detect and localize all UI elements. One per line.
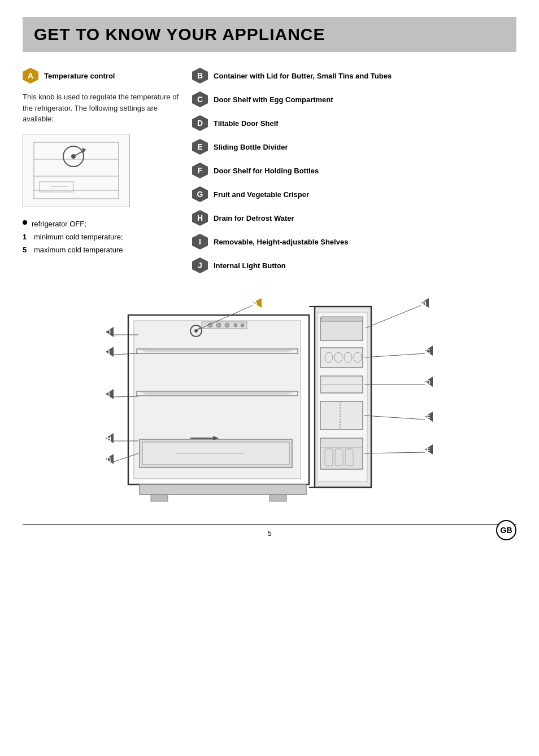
component-g-label: Fruit and Vegetable Crisper	[214, 190, 309, 199]
svg-point-35	[241, 324, 244, 327]
svg-line-62	[366, 305, 421, 328]
svg-text:H: H	[107, 435, 111, 442]
temp-max-num: 5	[23, 243, 29, 256]
badge-j: J	[192, 257, 208, 273]
badge-d: D	[192, 115, 208, 131]
svg-rect-41	[320, 348, 363, 368]
svg-rect-28	[151, 495, 168, 501]
temp-description: This knob is used to regulate the temper…	[23, 91, 181, 125]
list-item: J Internal Light Button	[192, 257, 516, 273]
svg-line-71	[364, 416, 425, 419]
svg-text:B: B	[422, 300, 427, 307]
svg-rect-40	[321, 317, 363, 321]
page-wrapper: GET TO KNOW YOUR APPLIANCE A Temperature…	[0, 0, 539, 756]
list-item: E Sliding Bottle Divider	[192, 139, 516, 155]
list-item: I Removable, Height-adjustable Shelves	[192, 234, 516, 250]
temp-min-num: 1	[23, 230, 29, 243]
knob-diagram	[23, 134, 130, 207]
temp-list: refrigerator OFF; 1 minimum cold tempera…	[23, 217, 181, 257]
svg-point-33	[225, 323, 229, 327]
badge-h: H	[192, 210, 208, 226]
country-badge: GB	[496, 520, 516, 540]
temp-list-item: 5 maximum cold temperature	[23, 243, 181, 256]
component-h-label: Drain for Defrost Water	[214, 214, 294, 222]
svg-rect-27	[140, 484, 306, 495]
page-number: 5	[267, 529, 271, 537]
bullet-icon	[23, 220, 27, 225]
fridge-diagram: A B C D E F G	[23, 298, 516, 513]
list-item: H Drain for Defrost Water	[192, 210, 516, 226]
component-j-label: Internal Light Button	[214, 261, 286, 270]
list-item: G Fruit and Vegetable Crisper	[192, 186, 516, 202]
svg-text:C: C	[426, 348, 431, 355]
temp-control-label: Temperature control	[44, 72, 115, 80]
svg-line-6	[73, 151, 84, 156]
badge-a: A	[23, 68, 38, 84]
temp-off-label: refrigerator OFF;	[32, 217, 86, 230]
temp-list-item: 1 minimum cold temperature;	[23, 230, 181, 243]
svg-text:I: I	[108, 391, 110, 398]
badge-i: I	[192, 234, 208, 250]
svg-text:E: E	[426, 414, 430, 421]
main-content: A Temperature control This knob is used …	[23, 68, 516, 281]
left-column: A Temperature control This knob is used …	[23, 68, 181, 281]
badge-e: E	[192, 139, 208, 155]
svg-text:F: F	[427, 447, 431, 453]
svg-text:J: J	[107, 329, 111, 336]
svg-point-32	[216, 323, 221, 327]
svg-rect-50	[320, 438, 363, 469]
temp-control-header: A Temperature control	[23, 68, 181, 84]
component-c-label: Door Shelf with Egg Compartment	[214, 95, 333, 104]
list-item: B Container with Lid for Butter, Small T…	[192, 68, 516, 84]
temp-min-label: minimum cold temperature;	[34, 230, 123, 243]
svg-text:G: G	[107, 456, 112, 463]
component-b-label: Container with Lid for Butter, Small Tin…	[214, 72, 392, 80]
page-title: GET TO KNOW YOUR APPLIANCE	[34, 25, 505, 44]
temp-max-label: maximum cold temperature	[34, 243, 123, 256]
right-column: B Container with Lid for Butter, Small T…	[192, 68, 516, 281]
badge-c: C	[192, 91, 208, 107]
svg-point-34	[234, 324, 237, 327]
fridge-svg: A B C D E F G	[77, 298, 462, 513]
footer: 5 GB	[23, 524, 516, 537]
svg-text:A: A	[253, 300, 258, 307]
svg-line-65	[364, 353, 425, 357]
svg-text:I: I	[108, 349, 110, 356]
title-bar: GET TO KNOW YOUR APPLIANCE	[23, 17, 516, 52]
temp-list-item: refrigerator OFF;	[23, 217, 181, 230]
component-f-label: Door Shelf for Holding Bottles	[214, 167, 319, 175]
svg-line-74	[364, 452, 425, 453]
component-d-label: Tiltable Door Shelf	[214, 119, 279, 128]
component-list: B Container with Lid for Butter, Small T…	[192, 68, 516, 273]
component-e-label: Sliding Bottle Divider	[214, 143, 288, 151]
list-item: F Door Shelf for Holding Bottles	[192, 163, 516, 178]
badge-f: F	[192, 163, 208, 178]
svg-text:D: D	[426, 379, 431, 386]
badge-b: B	[192, 68, 208, 84]
svg-rect-48	[320, 401, 363, 430]
list-item: D Tiltable Door Shelf	[192, 115, 516, 131]
component-i-label: Removable, Height-adjustable Shelves	[214, 238, 348, 246]
list-item: C Door Shelf with Egg Compartment	[192, 91, 516, 107]
knob-svg	[28, 137, 124, 204]
svg-rect-29	[270, 495, 286, 501]
badge-g: G	[192, 186, 208, 202]
